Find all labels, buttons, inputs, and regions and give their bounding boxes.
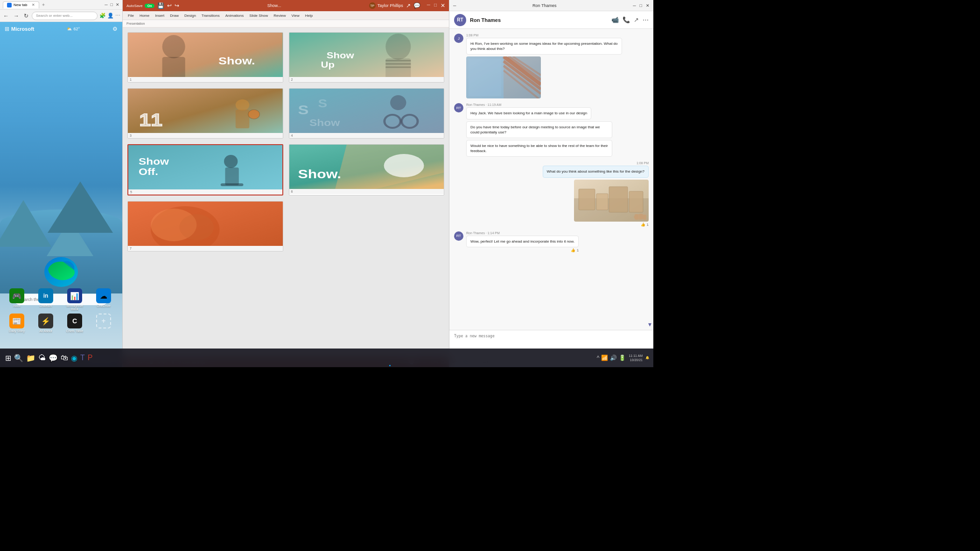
chat-min-btn[interactable]: ─ [633,3,636,8]
new-tab-button[interactable]: ＋ [39,0,48,9]
msg-2-meta: Ron Thames · 11:19 AM [466,103,591,106]
network-icon[interactable]: 📶 [601,355,608,361]
app-icon-allabout[interactable]: ⚡ All About [36,314,56,333]
share-icon[interactable]: ↗ [406,2,411,9]
msg-4-reaction: 👍 1 [466,248,579,252]
svg-rect-5 [289,33,444,77]
slide-5[interactable]: Show Off. 5 [127,144,283,195]
app-icon-onedrive[interactable]: ☁ OneDrive [94,288,113,311]
taskbar-powerpoint[interactable]: P [88,354,93,362]
app-row-1: 🎮 Xbox in LinkedIn 📊 Woodgrove Bank ☁ On… [7,288,115,311]
save-icon[interactable]: 💾 [157,2,164,9]
taskbar-file-explorer[interactable]: 📁 [26,354,35,363]
settings-icon[interactable]: ⚙ [112,26,118,32]
back-button[interactable]: ← [2,12,10,20]
close-button[interactable]: ✕ [116,2,119,7]
autosave-toggle[interactable]: On [145,4,155,8]
waffle-icon[interactable]: ⊞ [5,26,9,32]
menu-transitions[interactable]: Transitions [199,13,222,19]
menu-insert[interactable]: Insert [153,13,167,19]
menu-view[interactable]: View [289,13,302,19]
more-options-icon[interactable]: ⋯ [643,16,649,23]
slide-6[interactable]: Show. 6 [289,144,445,195]
slide-4[interactable]: S S Show 4 [289,88,445,139]
slide-2[interactable]: Show Up 2 [289,32,445,83]
browser-tab[interactable]: New tab ✕ [3,1,39,8]
svg-point-33 [384,154,424,177]
ppt-minimize-button[interactable]: ─ [427,2,430,9]
maximize-button[interactable]: □ [111,2,113,7]
taskbar-teams[interactable]: T [80,354,85,362]
chat-header-actions: 📹 📞 ↗ ⋯ [611,16,649,23]
redo-icon[interactable]: ↪ [175,2,179,9]
menu-design[interactable]: Design [182,13,198,19]
slide-3-image: 11 [128,89,283,133]
search-taskbar-button[interactable]: 🔍 [14,354,23,363]
tab-close-button[interactable]: ✕ [32,3,35,7]
svg-rect-53 [609,187,628,212]
taskbar-store[interactable]: 🛍 [61,354,68,362]
app-icon-woodgrove[interactable]: 📊 Woodgrove Bank [65,288,84,311]
minimize-button[interactable]: ─ [105,2,107,7]
svg-rect-27 [225,167,238,185]
ppt-maximize-button[interactable]: □ [434,2,437,9]
dailystory-label: Daily Story [9,329,25,333]
mountain-far [48,181,113,233]
scroll-down-button[interactable]: ▾ [648,321,651,328]
menu-review[interactable]: Review [271,13,288,19]
xbox-label: Xbox [13,304,21,307]
menu-help[interactable]: Help [303,13,315,19]
chevron-icon[interactable]: ^ [597,355,600,361]
profile-icon[interactable]: 👤 [107,13,114,19]
app-grid: 🎮 Xbox in LinkedIn 📊 Woodgrove Bank ☁ On… [0,288,122,335]
start-button[interactable]: ⊞ [5,354,11,363]
slide-1[interactable]: Show. 1 [127,32,283,83]
xbox-icon: 🎮 [9,288,24,303]
menu-draw[interactable]: Draw [168,13,181,19]
msg-4-bubble: Wow, perfect! Let me go ahead and incorp… [466,236,579,247]
app-icon-add[interactable]: + [94,314,113,333]
slide-3[interactable]: 11 3 [127,88,283,139]
slide-number-4: 4 [289,133,444,138]
notifications-icon[interactable]: 🔔 [645,356,650,360]
chat-max-btn[interactable]: □ [640,3,642,8]
taskbar-chat[interactable]: 💬 [49,354,58,363]
app-icon-linkedin[interactable]: in LinkedIn [36,288,56,311]
app-icon-xbox[interactable]: 🎮 Xbox [7,288,27,311]
taskbar-edge[interactable]: ◉ [71,354,77,363]
app-icon-dailystory[interactable]: 📰 Daily Story [7,314,27,333]
more-options-icon[interactable]: ⋯ [115,13,120,19]
svg-rect-57 [639,214,643,219]
undo-icon[interactable]: ↩ [167,2,172,9]
taskbar-widgets[interactable]: 🌤 [38,354,46,362]
menu-slideshow[interactable]: Slide Show [247,13,270,19]
tab-title: New tab [14,3,27,7]
chat-messages-list: J 1:08 PM Hi Ron, I've been working on s… [449,29,653,330]
ppt-main-area: Show. 1 [123,28,449,357]
slide-7[interactable]: 7 [127,201,283,251]
menu-file[interactable]: File [126,13,136,19]
extensions-icon[interactable]: 🧩 [99,13,106,19]
app-icon-chefstable[interactable]: C Chefs Table [65,314,84,333]
ppt-close-button[interactable]: ✕ [441,2,445,9]
slide-number-3: 3 [128,133,283,138]
add-app-button[interactable]: + [96,314,111,328]
weather-widget: ⛅ 62° [67,27,80,31]
chat-close-btn[interactable]: ✕ [646,3,650,8]
refresh-button[interactable]: ↻ [22,12,30,20]
comments-icon[interactable]: 💬 [413,2,420,9]
menu-home[interactable]: Home [137,13,152,19]
svg-rect-51 [579,189,595,210]
audio-call-icon[interactable]: 📞 [623,16,630,23]
forward-button[interactable]: → [12,12,21,20]
address-bar[interactable]: Search or enter web... [32,12,98,20]
menu-animations[interactable]: Animations [223,13,246,19]
onedrive-icon: ☁ [96,288,111,303]
taskbar-clock[interactable]: 11:11 AM 10/20/21 [629,354,643,362]
mountain-left [0,200,51,247]
slide-number-5: 5 [128,189,282,195]
volume-icon[interactable]: 🔊 [610,355,617,361]
share-screen-icon[interactable]: ↗ [634,16,639,23]
video-call-icon[interactable]: 📹 [611,16,619,23]
battery-icon[interactable]: 🔋 [619,355,626,361]
